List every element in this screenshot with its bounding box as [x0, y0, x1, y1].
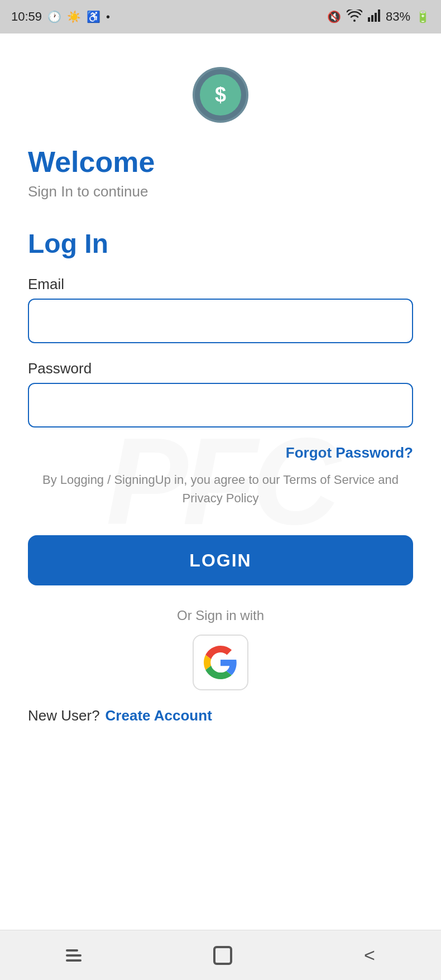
create-account-link[interactable]: Create Account: [106, 707, 212, 724]
accessibility-icon: ♿: [87, 10, 100, 23]
wifi-icon: [347, 9, 362, 25]
terms-text: By Logging / SigningUp in, you agree to …: [28, 470, 413, 507]
status-right: 🔇 83% 🔋: [327, 9, 430, 25]
google-signin-button[interactable]: [193, 635, 248, 690]
welcome-title: Welcome: [28, 145, 413, 179]
back-button[interactable]: <: [364, 944, 375, 966]
forgot-password-row: Forgot Password?: [28, 444, 413, 462]
forgot-password-link[interactable]: Forgot Password?: [286, 444, 413, 462]
form-section: Log In Email Password Forgot Password? B…: [28, 228, 413, 724]
recent-apps-icon: [66, 949, 82, 962]
dollar-circle: $: [200, 74, 241, 116]
status-left: 10:59 🕐 ☀️ ♿ •: [11, 9, 110, 24]
bottom-nav-bar: <: [0, 930, 441, 980]
login-button[interactable]: LOGIN: [28, 535, 413, 585]
alarm-icon: 🕐: [47, 10, 61, 23]
svg-rect-3: [378, 9, 380, 22]
status-bar: 10:59 🕐 ☀️ ♿ • 🔇 83% 🔋: [0, 0, 441, 33]
dot-icon: •: [106, 11, 110, 23]
battery-percent: 83%: [386, 9, 410, 24]
recent-apps-button[interactable]: [66, 949, 82, 962]
password-label: Password: [28, 360, 413, 377]
email-input[interactable]: [28, 299, 413, 343]
google-icon: [204, 646, 237, 679]
new-user-text: New User?: [28, 707, 100, 724]
form-title: Log In: [28, 228, 413, 259]
email-field-group: Email: [28, 276, 413, 343]
new-user-section: New User? Create Account: [28, 707, 413, 724]
welcome-section: Welcome Sign In to continue: [28, 145, 413, 200]
svg-rect-0: [368, 17, 370, 22]
brightness-icon: ☀️: [67, 10, 81, 23]
password-input[interactable]: [28, 383, 413, 427]
email-label: Email: [28, 276, 413, 293]
or-text: Or Sign in with: [177, 608, 264, 623]
welcome-subtitle: Sign In to continue: [28, 183, 413, 200]
home-button[interactable]: [213, 946, 232, 965]
dollar-sign-icon: $: [215, 83, 226, 107]
home-icon: [213, 946, 232, 965]
svg-rect-2: [375, 13, 377, 22]
app-icon: $: [193, 67, 248, 123]
time-display: 10:59: [11, 9, 42, 24]
or-section: Or Sign in with: [28, 608, 413, 690]
battery-icon: 🔋: [416, 10, 430, 23]
mute-icon: 🔇: [327, 10, 341, 23]
svg-rect-1: [371, 15, 373, 22]
password-field-group: Password: [28, 360, 413, 427]
app-icon-wrapper: $: [193, 67, 248, 123]
main-content: PFC $ Welcome Sign In to continue Log In…: [0, 33, 441, 930]
signal-icon: [368, 9, 380, 25]
back-arrow-icon: <: [364, 944, 375, 966]
